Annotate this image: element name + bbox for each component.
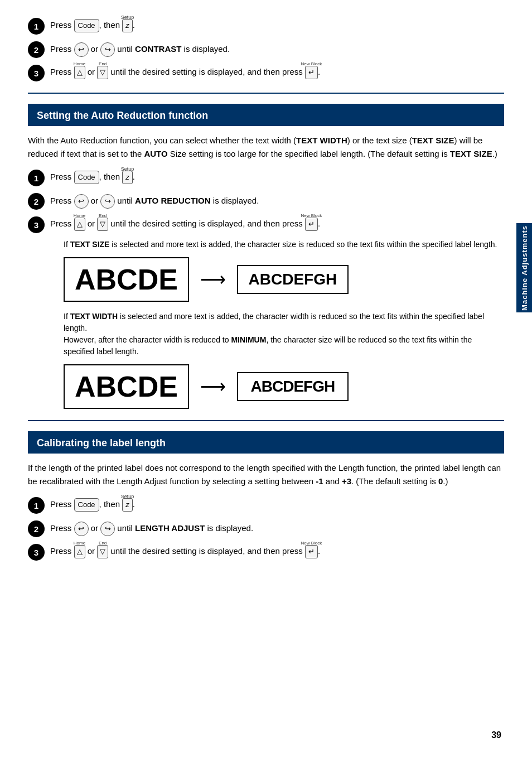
page-number: 39 [491, 730, 501, 740]
arrow-left-key: ↩ [74, 42, 89, 57]
step-0-3: 3 Press Home △ or End ▽ until the desire… [28, 64, 504, 81]
step-2-3-text: Press Home △ or End ▽ until the desired … [50, 543, 504, 558]
end-key-s2: End ▽ [97, 545, 108, 558]
diagram-1: ABCDE ⟶ ABCDEFGH [52, 257, 504, 302]
step-2-circle-2: 2 [28, 520, 45, 537]
diagram-1-to: ABCDEFGH [237, 265, 349, 294]
end-key: End ▽ [97, 66, 108, 79]
section-1-title: Setting the Auto Reduction function [37, 110, 208, 121]
step-2-circle-3: 3 [28, 544, 45, 561]
arrow-left-key-s1: ↩ [74, 194, 89, 209]
diagram-2-from: ABCDE [64, 364, 189, 409]
step-circle-3: 3 [28, 65, 45, 81]
section-2-rule [28, 420, 504, 421]
step-1-1: 1 Press Code, then Setup z . [28, 168, 504, 186]
section-1-header: Setting the Auto Reduction function [28, 104, 504, 126]
side-tab-text: Machine Adjustments [520, 225, 529, 311]
arrow-right-key-s1: ↪ [100, 194, 115, 209]
code-key-s2: Code [74, 498, 99, 512]
step-0-1-text: Press Code, then Setup z . [50, 17, 504, 32]
section-1-rule [28, 93, 504, 94]
step-2-1-text: Press Code, then Setup z . [50, 496, 504, 512]
code-key: Code [74, 19, 99, 32]
section-0-steps: 1 Press Code, then Setup z . 2 Press ↩ o… [28, 17, 504, 81]
step-circle-1: 1 [28, 18, 45, 35]
section-2-body: If the length of the printed label does … [28, 461, 504, 488]
section-1-sub1: If TEXT SIZE is selected and more text i… [28, 239, 504, 302]
end-key-s1: End ▽ [97, 218, 108, 231]
step-2-2-text: Press ↩ or ↪ until LENGTH ADJUST is disp… [50, 519, 504, 536]
setup-key-s2: Setup z [122, 498, 133, 512]
home-key-s1: Home △ [74, 218, 85, 231]
step-0-3-text: Press Home △ or End ▽ until the desired … [50, 64, 504, 79]
arrow-left-key-s2: ↩ [74, 522, 89, 536]
setup-key: Setup z [122, 19, 133, 32]
section-1-sub2: If TEXT WIDTH is selected and more text … [28, 311, 504, 409]
step-2-3: 3 Press Home △ or End ▽ until the desire… [28, 543, 504, 561]
diagram-1-from: ABCDE [64, 257, 189, 302]
section-2-title: Calibrating the label length [37, 437, 166, 449]
step-1-3: 3 Press Home △ or End ▽ until the desire… [28, 215, 504, 233]
section-2-header: Calibrating the label length [28, 431, 504, 454]
code-key-s1: Code [74, 171, 99, 184]
newblock-key-s2: New Block ↵ [305, 545, 318, 558]
setup-key-s1: Setup z [122, 171, 133, 184]
side-tab-container: Machine Adjustments [516, 223, 532, 312]
diagram-arrow-2: ⟶ [200, 376, 226, 397]
step-1-circle-1: 1 [28, 170, 45, 186]
diagram-2-to: ABCDEFGH [237, 372, 349, 401]
arrow-right-key-s2: ↪ [100, 522, 115, 536]
step-circle-2: 2 [28, 41, 45, 58]
home-key: Home △ [74, 66, 85, 79]
step-1-circle-2: 2 [28, 193, 45, 210]
step-0-2-text: Press ↩ or ↪ until CONTRAST is displayed… [50, 40, 504, 57]
diagram-arrow-1: ⟶ [200, 269, 226, 290]
step-2-1: 1 Press Code, then Setup z . [28, 496, 504, 514]
step-1-circle-3: 3 [28, 216, 45, 233]
step-1-3-text: Press Home △ or End ▽ until the desired … [50, 215, 504, 231]
diagram-2: ABCDE ⟶ ABCDEFGH [52, 364, 504, 409]
step-0-2: 2 Press ↩ or ↪ until CONTRAST is display… [28, 40, 504, 58]
sub2-text: If TEXT WIDTH is selected and more text … [52, 311, 504, 358]
step-1-1-text: Press Code, then Setup z . [50, 168, 504, 184]
section-1-body: With the Auto Reduction function, you ca… [28, 134, 504, 161]
section-1-steps: 1 Press Code, then Setup z . 2 Press ↩ o… [28, 168, 504, 233]
step-1-2: 2 Press ↩ or ↪ until AUTO REDUCTION is d… [28, 192, 504, 210]
step-0-1: 1 Press Code, then Setup z . [28, 17, 504, 35]
newblock-key: New Block ↵ [305, 66, 318, 79]
step-2-circle-1: 1 [28, 497, 45, 514]
section-2-steps: 1 Press Code, then Setup z . 2 Press ↩ o… [28, 496, 504, 561]
step-1-2-text: Press ↩ or ↪ until AUTO REDUCTION is dis… [50, 192, 504, 209]
home-key-s2: Home △ [74, 545, 85, 558]
sub1-text: If TEXT SIZE is selected and more text i… [52, 239, 504, 250]
step-2-2: 2 Press ↩ or ↪ until LENGTH ADJUST is di… [28, 519, 504, 537]
newblock-key-s1: New Block ↵ [305, 218, 318, 231]
arrow-right-key: ↪ [100, 42, 115, 57]
